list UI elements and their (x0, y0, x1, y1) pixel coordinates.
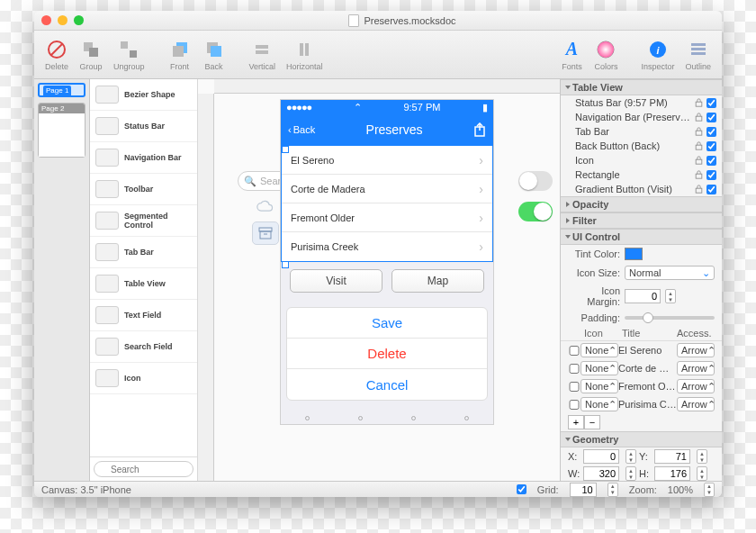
vertical-button[interactable]: Vertical (246, 37, 280, 73)
geo-w-stepper[interactable]: ▲▼ (626, 466, 636, 481)
zoom-value[interactable]: 100% (668, 484, 693, 495)
grid-input[interactable] (570, 483, 597, 497)
layer-visible-checkbox[interactable] (706, 127, 716, 137)
layer-row[interactable]: Status Bar (9:57 PM) (561, 95, 722, 110)
layer-visible-checkbox[interactable] (706, 141, 716, 151)
add-row-button[interactable]: + (568, 415, 584, 429)
layer-visible-checkbox[interactable] (706, 170, 716, 180)
row-checkbox[interactable] (568, 364, 580, 374)
library-item[interactable]: Tab Bar (90, 237, 197, 268)
zoom-stepper[interactable]: ▲▼ (704, 483, 715, 497)
icon-table-row[interactable]: None⌃Corte de M…Arrow⌃ (561, 359, 722, 377)
padding-slider[interactable] (625, 316, 715, 320)
page-thumb-1[interactable]: Page 1 (38, 83, 86, 97)
accessory-select[interactable]: Arrow⌃ (677, 379, 715, 393)
nav-back-button[interactable]: ‹Back (288, 124, 315, 135)
horizontal-button[interactable]: Horizontal (283, 37, 327, 73)
iconsize-select[interactable]: Normal⌄ (625, 266, 715, 280)
library-search-input[interactable] (94, 461, 194, 477)
library-item[interactable]: Toolbar (90, 174, 197, 205)
icon-table-row[interactable]: None⌃Purisima CreekArrow⌃ (561, 395, 722, 413)
outline-button[interactable]: Outline (681, 37, 715, 73)
geo-h-stepper[interactable]: ▲▼ (697, 466, 707, 481)
section-uicontrol[interactable]: UI Control (561, 229, 722, 245)
page-thumb-2[interactable]: Page 2 (38, 103, 86, 158)
minimize-icon[interactable] (58, 15, 68, 25)
library-item[interactable]: Navigation Bar (90, 142, 197, 174)
share-icon[interactable] (473, 122, 486, 137)
row-checkbox[interactable] (568, 382, 580, 392)
close-icon[interactable] (41, 15, 51, 25)
cloud-icon[interactable] (256, 200, 274, 212)
icon-select[interactable]: None⌃ (580, 379, 618, 393)
section-geometry[interactable]: Geometry (561, 431, 722, 447)
layer-row[interactable]: Tab Bar (561, 124, 722, 139)
grid-checkbox[interactable] (517, 484, 526, 494)
grid-stepper[interactable]: ▲▼ (608, 483, 618, 497)
back-button[interactable]: Back (199, 37, 230, 73)
group-button[interactable]: Group (76, 37, 106, 73)
layer-visible-checkbox[interactable] (706, 185, 716, 194)
layer-row[interactable]: Navigation Bar (Preserves) (561, 110, 722, 124)
library-item[interactable]: Status Bar (90, 111, 197, 142)
row-checkbox[interactable] (568, 346, 580, 356)
layer-row[interactable]: Rectangle (561, 167, 722, 182)
delete-button[interactable]: Delete (41, 37, 72, 73)
remove-row-button[interactable]: − (584, 415, 600, 429)
table-view[interactable]: El Sereno›Corte de Madera›Fremont Older›… (281, 145, 493, 262)
section-filter[interactable]: Filter (561, 212, 722, 229)
cancel-button[interactable]: Cancel (287, 369, 487, 400)
library-item[interactable]: Text Field (90, 300, 197, 331)
table-row[interactable]: El Sereno› (282, 146, 492, 175)
save-button[interactable]: Save (287, 308, 487, 339)
visit-button[interactable]: Visit (290, 269, 382, 293)
ungroup-button[interactable]: Ungroup (110, 37, 148, 73)
icon-select[interactable]: None⌃ (580, 397, 618, 411)
layer-row[interactable]: Icon (561, 153, 722, 167)
switch-widget-on[interactable] (518, 202, 553, 221)
front-button[interactable]: Front (165, 37, 195, 73)
lock-icon[interactable] (695, 113, 703, 122)
lock-icon[interactable] (695, 98, 703, 107)
icon-table-row[interactable]: None⌃El SerenoArrow⌃ (561, 341, 722, 359)
iconmargin-input[interactable] (625, 289, 661, 303)
table-row[interactable]: Fremont Older› (282, 203, 492, 232)
accessory-select[interactable]: Arrow⌃ (677, 343, 715, 357)
section-opacity[interactable]: Opacity (561, 196, 722, 212)
table-row[interactable]: Purisima Creek› (282, 232, 492, 261)
icon-select[interactable]: None⌃ (580, 361, 618, 375)
map-button[interactable]: Map (392, 269, 484, 293)
accessory-select[interactable]: Arrow⌃ (677, 361, 715, 375)
inspector-button[interactable]: iInspector (637, 37, 678, 73)
icon-select[interactable]: None⌃ (580, 343, 618, 357)
table-row[interactable]: Corte de Madera› (282, 175, 492, 203)
geo-y-stepper[interactable]: ▲▼ (697, 449, 707, 464)
layer-visible-checkbox[interactable] (706, 98, 716, 108)
lock-icon[interactable] (695, 170, 703, 179)
layer-row[interactable]: Gradient Button (Visit) (561, 182, 722, 196)
section-tableview[interactable]: Table View (561, 79, 722, 95)
phone-mock[interactable]: ●●●●● ⌃ 9:57 PM ▮ ‹Back Preserves El Ser… (280, 99, 494, 425)
lock-icon[interactable] (695, 127, 703, 136)
geo-w-input[interactable] (583, 466, 619, 481)
row-checkbox[interactable] (568, 400, 580, 410)
zoom-icon[interactable] (74, 15, 84, 25)
lock-icon[interactable] (695, 185, 703, 194)
layer-row[interactable]: Back Button (Back) (561, 139, 722, 153)
library-item[interactable]: Icon (90, 363, 197, 394)
fonts-button[interactable]: AFonts (556, 37, 587, 73)
iconmargin-stepper[interactable]: ▲▼ (665, 289, 676, 303)
geo-y-input[interactable] (654, 449, 690, 464)
layer-visible-checkbox[interactable] (706, 156, 716, 166)
lock-icon[interactable] (695, 156, 703, 165)
geo-h-input[interactable] (654, 466, 690, 481)
colors-button[interactable]: Colors (590, 37, 621, 73)
geo-x-input[interactable] (583, 449, 619, 464)
library-item[interactable]: Table View (90, 268, 197, 300)
library-item[interactable]: Bezier Shape (90, 79, 197, 111)
library-item[interactable]: Search Field (90, 331, 197, 363)
geo-x-stepper[interactable]: ▲▼ (626, 449, 636, 464)
layer-visible-checkbox[interactable] (706, 113, 716, 122)
icon-table-row[interactable]: None⌃Fremont OlderArrow⌃ (561, 377, 722, 395)
canvas-area[interactable]: 🔍Search ●●●●● ⌃ 9:57 PM ▮ (198, 79, 560, 481)
